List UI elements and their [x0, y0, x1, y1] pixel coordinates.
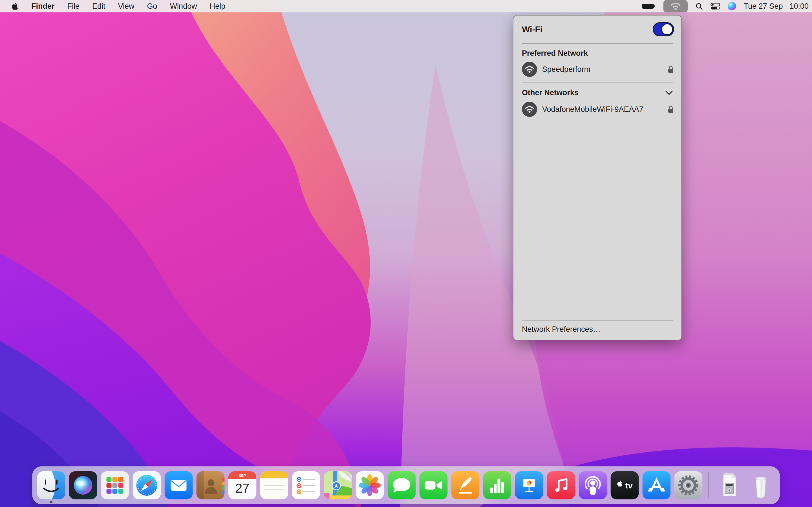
wifi-toggle-row: Wi-Fi [513, 15, 681, 43]
calendar-day-label: 27 [235, 481, 250, 496]
control-center-icon[interactable] [711, 3, 720, 10]
preferred-network-label: Preferred Network [522, 48, 588, 58]
dock-contacts-icon[interactable] [197, 471, 225, 499]
dock-documents-stack-icon[interactable] [715, 471, 743, 499]
dock-pages-icon[interactable] [451, 471, 479, 499]
siri-icon[interactable] [728, 2, 736, 10]
menu-bar-clock[interactable]: Tue 27 Sep 10:00 [744, 2, 809, 11]
dock: SEP 27 [33, 466, 780, 504]
menu-edit[interactable]: Edit [92, 2, 105, 11]
dock-mail-icon[interactable] [165, 471, 193, 499]
preferred-network-header: Preferred Network [522, 48, 673, 58]
wifi-menu-button[interactable] [663, 0, 688, 12]
menu-view[interactable]: View [118, 2, 135, 11]
menu-bar: Finder File Edit View Go Window Help [0, 0, 812, 12]
chevron-down-icon[interactable] [665, 91, 673, 95]
panel-divider [522, 43, 673, 44]
wifi-panel-title: Wi-Fi [522, 24, 543, 34]
dock-trash-icon[interactable] [747, 471, 775, 499]
menu-bar-time: 10:00 [790, 2, 809, 11]
dock-calendar-icon[interactable]: SEP 27 [229, 471, 257, 499]
running-indicator-dot [50, 501, 52, 503]
appletv-label: tv [625, 481, 633, 490]
network-preferences-button[interactable]: Network Preferences… [513, 321, 681, 340]
wifi-toggle[interactable] [653, 22, 674, 36]
panel-spacer [513, 117, 681, 320]
menu-file[interactable]: File [67, 2, 80, 11]
wifi-toggle-knob [661, 23, 673, 35]
dock-facetime-icon[interactable] [419, 471, 448, 499]
dock-divider [709, 472, 709, 498]
wifi-network-icon [522, 62, 537, 77]
apple-menu-icon[interactable] [11, 3, 18, 10]
menu-bar-status: Tue 27 Sep 10:00 [642, 0, 812, 12]
spotlight-search-icon[interactable] [695, 3, 703, 10]
panel-divider [522, 82, 673, 83]
wifi-menu-panel: Wi-Fi Preferred Network Speedperform Oth… [513, 15, 682, 340]
battery-icon[interactable] [642, 3, 656, 10]
desktop-wallpaper [0, 0, 812, 507]
dock-appstore-icon[interactable] [643, 471, 671, 499]
menu-help[interactable]: Help [210, 2, 225, 11]
wifi-icon [670, 2, 681, 11]
dock-notes-icon[interactable] [260, 471, 289, 499]
network-name: Speedperform [542, 65, 591, 74]
menu-go[interactable]: Go [147, 2, 157, 11]
dock-reminders-icon[interactable] [292, 471, 320, 499]
dock-numbers-icon[interactable] [483, 471, 511, 499]
network-row-speedperform[interactable]: Speedperform [522, 61, 674, 77]
other-networks-header[interactable]: Other Networks [522, 88, 673, 98]
dock-siri-icon[interactable] [69, 471, 97, 499]
dock-safari-icon[interactable] [133, 471, 161, 499]
wifi-network-icon [522, 102, 537, 117]
menu-bar-date: Tue 27 Sep [744, 2, 783, 11]
dock-photos-icon[interactable] [356, 471, 384, 499]
other-networks-label: Other Networks [522, 88, 578, 98]
dock-finder-icon[interactable] [37, 471, 65, 499]
dock-music-icon[interactable] [547, 471, 575, 499]
dock-launchpad-icon[interactable] [101, 471, 129, 499]
menu-window[interactable]: Window [170, 2, 197, 11]
dock-system-preferences-icon[interactable] [674, 471, 703, 499]
network-row-vodafone[interactable]: VodafoneMobileWiFi-9AEAA7 [522, 101, 674, 117]
network-name: VodafoneMobileWiFi-9AEAA7 [542, 105, 644, 114]
dock-keynote-icon[interactable] [515, 471, 543, 499]
lock-icon [667, 65, 674, 73]
dock-maps-icon[interactable] [324, 471, 352, 499]
menu-app-name[interactable]: Finder [31, 2, 55, 11]
dock-podcasts-icon[interactable] [579, 471, 607, 499]
calendar-month-label: SEP [239, 473, 246, 478]
menu-bar-left: Finder File Edit View Go Window Help [0, 2, 225, 11]
dock-messages-icon[interactable] [388, 471, 416, 499]
dock-appletv-icon[interactable]: tv [611, 471, 639, 499]
lock-icon [667, 105, 674, 114]
